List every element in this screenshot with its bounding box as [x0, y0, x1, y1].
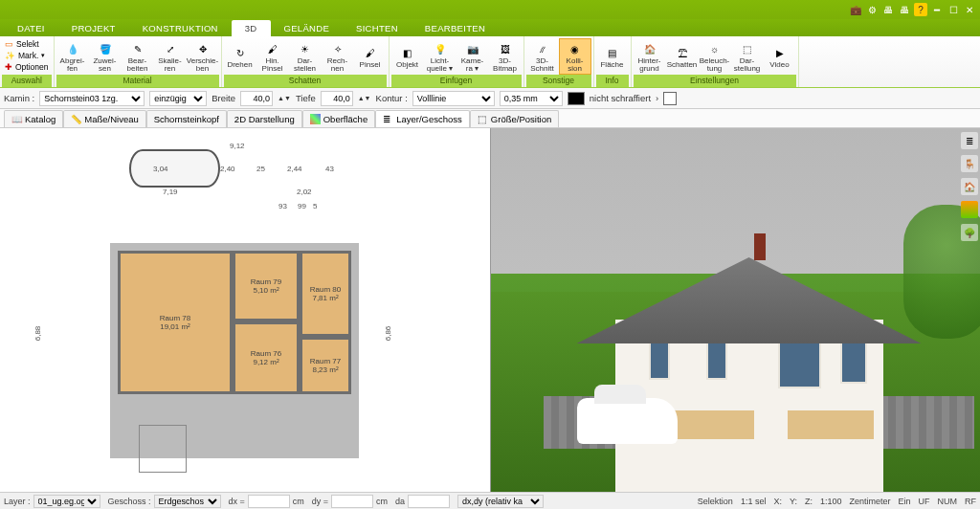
subtab-layer[interactable]: ≣Layer/Geschoss	[375, 110, 470, 127]
ritem-label: Verschie- ben	[187, 57, 218, 73]
car-3d[interactable]	[577, 398, 678, 444]
tab-konstruktion[interactable]: KONSTRUKTION	[129, 20, 232, 36]
hintergrund-button[interactable]: 🏠Hinter- grund	[634, 38, 666, 75]
tab-gelaende[interactable]: GELÄNDE	[271, 20, 344, 36]
room-name: Raum 78	[160, 314, 190, 322]
breite-input[interactable]	[240, 91, 273, 106]
minimize-icon[interactable]: ━	[930, 3, 944, 16]
car-2d[interactable]	[129, 149, 220, 188]
property-subtabs: 📖Katalog 📏Maße/Niveau Schornsteinkopf 2D…	[0, 109, 980, 128]
optionen-button[interactable]: ✚Optionen	[2, 61, 52, 73]
spinner-icon[interactable]: ▲▼	[278, 95, 291, 101]
room-77[interactable]: Raum 77 8,23 m²	[300, 337, 351, 394]
furniture-icon[interactable]: 🪑	[961, 155, 978, 172]
flaeche-button[interactable]: ▤Fläche	[596, 38, 629, 75]
tree-icon[interactable]: 🌳	[961, 224, 978, 241]
3d-view-pane[interactable]: ≣ 🪑 🏠 🌳	[490, 128, 981, 492]
drehen-button[interactable]: ↻Drehen	[224, 38, 256, 75]
group-label-schatten: Schatten	[224, 75, 387, 87]
room-80[interactable]: Raum 80 7,81 m²	[300, 251, 351, 337]
video-button[interactable]: ▶Video	[764, 38, 796, 75]
room-name: Raum 77	[310, 357, 341, 365]
subtab-katalog[interactable]: 📖Katalog	[4, 110, 63, 127]
subtab-2d[interactable]: 2D Darstellung	[227, 110, 302, 127]
coord-mode-select[interactable]: dx,dy (relativ ka	[457, 495, 544, 508]
ribbon: ▭Selekt ✨Mark.▾ ✚Optionen Auswahl 💧Abgre…	[0, 36, 980, 88]
bearbeiten-button[interactable]: ✎Bear- beiten	[122, 38, 154, 75]
floorplan-pane[interactable]: 9,12 3,04 2,40 25 2,44 43 7,19 2,02 93 9…	[0, 128, 490, 492]
ritem-label: Licht- quelle	[427, 56, 450, 73]
maximize-icon[interactable]: ☐	[947, 3, 960, 16]
ritem-label: Pinsel	[360, 61, 381, 69]
kollision-button[interactable]: ◉Kolli- sion	[559, 38, 591, 75]
bitmap-button[interactable]: 🖼3D- Bitmap	[489, 38, 522, 75]
printer-icon[interactable]: 🖶	[881, 3, 895, 16]
geschoss-select[interactable]: Erdgeschos	[154, 495, 221, 508]
tab-3d[interactable]: 3D	[232, 20, 271, 36]
pinsel-button[interactable]: 🖌Pinsel	[354, 38, 387, 75]
printer2-icon[interactable]: 🖶	[898, 3, 911, 16]
render-icon: ☀	[296, 40, 315, 57]
palette-icon[interactable]	[961, 201, 978, 218]
schnitt-button[interactable]: ⫽3D- Schnitt	[526, 38, 559, 75]
dy-input[interactable]	[331, 495, 373, 508]
skalieren-button[interactable]: ⤢Skalie- ren	[154, 38, 187, 75]
num-indicator: NUM	[938, 497, 958, 506]
zug-select[interactable]: einzügig	[149, 91, 207, 106]
close-icon[interactable]: ✕	[963, 3, 976, 16]
linestyle-select[interactable]: Volllinie	[412, 91, 495, 106]
subtab-masse[interactable]: 📏Maße/Niveau	[63, 110, 146, 127]
help-icon[interactable]: ?	[914, 3, 927, 16]
dim: 3,04	[153, 165, 168, 173]
subtab-groesse[interactable]: ⬚Größe/Position	[470, 110, 559, 127]
selektion-label: Selektion	[698, 497, 733, 506]
dim: 43	[325, 165, 334, 173]
abgreifen-button[interactable]: 💧Abgrei- fen	[56, 38, 89, 75]
room-76[interactable]: Raum 76 9,12 m²	[233, 321, 300, 394]
display-icon: ⬚	[738, 40, 757, 57]
fill-swatch[interactable]	[663, 92, 677, 105]
dim: 2,40	[220, 165, 235, 173]
rechnen-button[interactable]: ✧Rech- nen	[322, 38, 354, 75]
home-mini-icon[interactable]: 🏠	[961, 178, 978, 195]
tab-sichten[interactable]: SICHTEN	[343, 20, 412, 36]
kamera-button[interactable]: 📷Kame- ra ▾	[457, 38, 489, 75]
gear-icon[interactable]: ⚙	[865, 3, 879, 16]
color-swatch[interactable]	[568, 92, 585, 105]
layers-icon: ≣	[383, 114, 393, 124]
dx-input[interactable]	[248, 495, 290, 508]
z-label: Z:	[805, 497, 813, 506]
darstellen-button[interactable]: ☀Dar- stellen	[289, 38, 322, 75]
mark-label: Mark.	[18, 51, 38, 60]
spinner-icon[interactable]: ▲▼	[358, 95, 371, 101]
mark-button[interactable]: ✨Mark.▾	[2, 50, 52, 61]
hin-pinsel-button[interactable]: 🖌Hin. Pinsel	[256, 38, 289, 75]
ritem-label: Drehen	[227, 61, 252, 69]
darstellung-button[interactable]: ⬚Dar- stellung	[731, 38, 764, 75]
tab-bearbeiten[interactable]: BEARBEITEN	[412, 20, 499, 36]
subtab-oberflaeche[interactable]: Oberfläche	[302, 110, 375, 127]
subtab-schornsteinkopf[interactable]: Schornsteinkopf	[146, 110, 227, 127]
select-button[interactable]: ▭Selekt	[2, 38, 52, 50]
chevron-right-icon[interactable]: ›	[656, 93, 658, 103]
schatten-button[interactable]: ⛱Schatten	[666, 38, 699, 75]
da-input[interactable]	[408, 495, 450, 508]
tab-projekt[interactable]: PROJEKT	[58, 20, 129, 36]
objekt-button[interactable]: ◧Objekt	[391, 38, 424, 75]
beleuchtung-button[interactable]: ☼Beleuch- tung	[699, 38, 731, 75]
lichtquelle-button[interactable]: 💡Licht- quelle ▾	[424, 38, 457, 75]
chimney-type-select[interactable]: Schornstein03 1zg.	[39, 91, 145, 106]
tab-datei[interactable]: DATEI	[4, 20, 58, 36]
house-3d[interactable]	[524, 171, 933, 473]
zuweisen-button[interactable]: 🪣Zuwei- sen	[89, 38, 122, 75]
layer-stack-icon[interactable]: ≣	[961, 132, 978, 149]
thickness-select[interactable]: 0,35 mm	[500, 91, 563, 106]
room-79[interactable]: Raum 79 5,10 m²	[233, 251, 300, 321]
sizepos-icon: ⬚	[478, 114, 488, 124]
briefcase-icon[interactable]: 💼	[849, 3, 862, 16]
layer-select[interactable]: 01_ug.eg.og	[33, 495, 100, 508]
room-78[interactable]: Raum 78 19,01 m²	[118, 251, 233, 394]
verschieben-button[interactable]: ✥Verschie- ben	[187, 38, 219, 75]
tiefe-input[interactable]	[321, 91, 353, 106]
patio-furniture[interactable]	[139, 425, 187, 473]
